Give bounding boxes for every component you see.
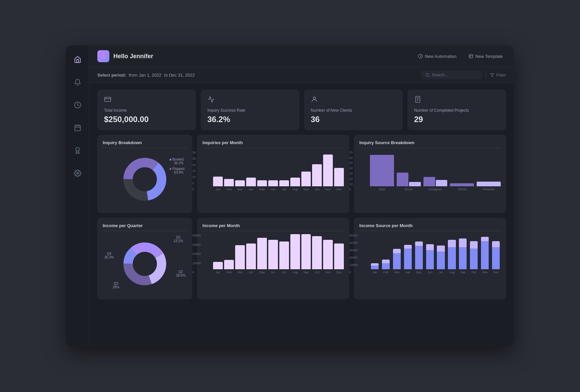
bar-label-inquiry-Sep: Sep: [303, 188, 309, 191]
sidebar-item-dashboard[interactable]: [72, 99, 84, 111]
bar-income-Dec: [334, 243, 344, 269]
filter-button[interactable]: Filter: [490, 73, 506, 78]
seg1-Nov: [481, 241, 489, 269]
bar-inquiry-Nov: [323, 155, 333, 186]
bar-label-inquiry-Jul: Jul: [282, 188, 286, 191]
seg1-May: [415, 246, 423, 269]
bar-group-income-Aug: Aug: [290, 234, 300, 274]
new-template-button[interactable]: New Template: [465, 52, 506, 61]
src-bar2-Instagram: [436, 180, 448, 186]
bar-inquiry-Jan: [213, 177, 223, 186]
bar-group-inquiry-Nov: Nov: [323, 155, 333, 191]
inquiry-value: 36.2%: [207, 115, 293, 124]
stat-card-inquiry: Inquiry Success Rate 36.2%: [201, 90, 299, 130]
svg-point-18: [133, 167, 157, 191]
stat-card-income: Total Income $250,000.00: [97, 90, 196, 130]
inquiry-donut-container: ■ Booked 36.2% ■ Flopped 63.8%: [103, 151, 187, 208]
bar-label-income-May: May: [259, 271, 265, 274]
bar-group-incsrc-Dec: Dec: [491, 241, 501, 274]
app-window: Hello Jennifer New Automation New Templa…: [66, 45, 514, 347]
bar-label-inquiry-Nov: Nov: [325, 188, 331, 191]
inquiries-per-month-card: Inquiries per Month 302520151050 Jan Feb…: [197, 135, 349, 213]
income-per-month-title: Income per Month: [202, 223, 344, 231]
source-group-Pinterest: Pinterest: [477, 182, 501, 191]
svg-point-13: [313, 97, 315, 99]
bar-label-inquiry-Feb: Feb: [226, 188, 232, 191]
stats-row: Total Income $250,000.00 Inquiry Success…: [97, 90, 506, 130]
bar-label-incsrc-Oct: Oct: [472, 271, 476, 274]
bar-inquiry-Jun: [268, 180, 278, 186]
new-automation-button[interactable]: New Automation: [415, 52, 460, 61]
seg2-Apr: [404, 245, 412, 249]
bar-label-income-Jan: Jan: [215, 271, 220, 274]
search-icon: [425, 73, 430, 77]
income-label: Total Income: [104, 108, 189, 113]
source-group-TikTok: TikTok: [450, 183, 474, 191]
bar-group-inquiry-Jan: Jan: [213, 177, 223, 191]
bar-label-inquiry-Apr: Apr: [249, 188, 253, 191]
seg1-Oct: [470, 249, 478, 269]
bar-group-inquiry-Aug: Aug: [290, 178, 300, 191]
bar-label-incsrc-Nov: Nov: [482, 271, 488, 274]
sidebar-item-home[interactable]: [72, 54, 84, 66]
src-label-TikTok: TikTok: [458, 188, 466, 191]
bar-inquiry-May: [257, 180, 267, 186]
seg1-Jul: [437, 252, 445, 269]
content-area: Total Income $250,000.00 Inquiry Success…: [89, 83, 514, 347]
sidebar-item-notifications[interactable]: [72, 76, 84, 88]
bar-group-income-Sep: Sep: [301, 234, 311, 274]
inquiry-breakdown-card: Inquiry Breakdown: [97, 135, 192, 213]
bar-group-income-Oct: Oct: [312, 236, 322, 274]
inquiry-source-bar-area: WebEmailInstagramTikTokPinterest: [370, 151, 501, 191]
income-source-bar-area: Jan Feb Mar Apr May Jun Jul: [370, 234, 501, 274]
inquiry-breakdown-title: Inquiry Breakdown: [103, 140, 187, 148]
bar-income-Oct: [312, 236, 322, 269]
seg1-Dec: [492, 247, 500, 269]
sidebar-item-achievements[interactable]: [72, 144, 84, 157]
toolbar-period: Select period: from Jan 1, 2022 to Dec 3…: [97, 73, 195, 78]
svg-point-7: [102, 54, 104, 56]
seg2-Oct: [470, 241, 478, 249]
bar-group-incsrc-Aug: Aug: [447, 240, 457, 274]
stacked-Sep: [458, 238, 468, 269]
projects-value: 29: [414, 115, 499, 124]
inquiry-source-title: Inquiry Source Breakdown: [359, 140, 501, 148]
bar-income-May: [257, 238, 267, 269]
bar-group-income-Jan: Jan: [213, 262, 223, 274]
bar-label-income-Apr: Apr: [249, 271, 253, 274]
inquiry-source-card: Inquiry Source Breakdown 706050403020100…: [354, 135, 506, 213]
stacked-Jun: [425, 244, 435, 269]
inquiry-source-y-axis: 706050403020100: [349, 151, 353, 191]
svg-rect-1: [75, 125, 80, 131]
stacked-Nov: [480, 237, 490, 269]
bar-group-income-Apr: Apr: [246, 243, 256, 274]
svg-point-23: [133, 252, 157, 276]
src-bar2-Pinterest: [477, 182, 501, 186]
inquiry-donut-chart: [120, 154, 170, 204]
income-per-month-card: Income per Month 400003000020000100000 J…: [197, 218, 349, 299]
income-source-card: Income Source per Month 5000040000300002…: [354, 218, 506, 299]
income-icon: [104, 96, 189, 105]
bar-inquiry-Jul: [279, 180, 289, 186]
projects-label: Number of Completed Projects: [414, 108, 499, 113]
sidebar-item-settings[interactable]: [72, 167, 84, 179]
bar-label-inquiry-May: May: [259, 188, 265, 191]
inquiry-charts-row: Inquiry Breakdown: [97, 135, 506, 213]
search-box[interactable]: Search...: [421, 71, 482, 79]
bar-group-inquiry-Jun: Jun: [268, 180, 278, 191]
src-label-Web: Web: [379, 188, 385, 191]
bar-inquiry-Oct: [312, 164, 322, 186]
sidebar-item-calendar[interactable]: [72, 122, 84, 134]
toolbar-right: Search... Filter: [421, 71, 506, 79]
bar-group-inquiry-May: May: [257, 180, 267, 191]
income-donut-container: Q113.1% Q228.6% Q328% Q430.3%: [103, 234, 187, 294]
bar-label-income-Aug: Aug: [292, 271, 298, 274]
inquiry-icon: [207, 96, 293, 105]
q3-label: Q328%: [113, 282, 119, 289]
bar-group-income-Feb: Feb: [224, 260, 234, 274]
bar-group-incsrc-Oct: Oct: [469, 241, 479, 274]
bar-label-incsrc-Apr: Apr: [405, 271, 410, 274]
sidebar: [66, 45, 89, 347]
income-quarter-card: Income per Quarter: [97, 218, 192, 299]
svg-rect-9: [469, 55, 473, 58]
